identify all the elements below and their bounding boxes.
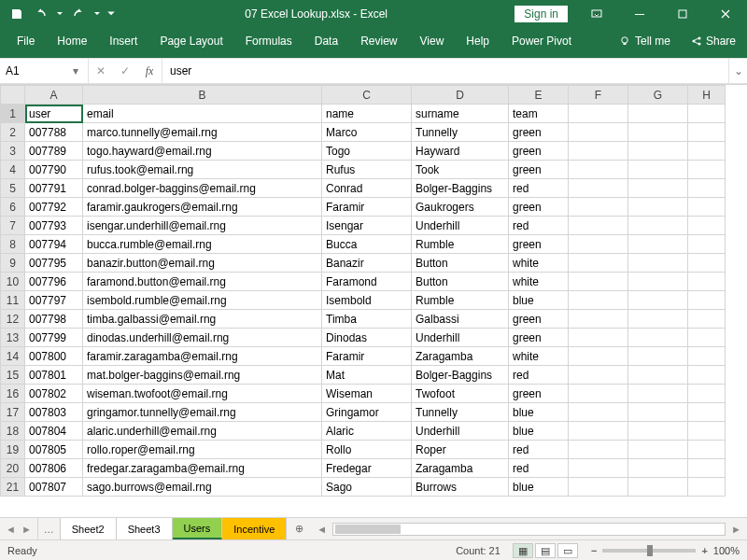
cell[interactable] <box>628 161 688 179</box>
cell[interactable]: blue <box>509 478 569 497</box>
cell[interactable] <box>628 478 688 497</box>
row-header[interactable]: 12 <box>1 310 25 329</box>
cell[interactable] <box>688 403 726 422</box>
cell[interactable]: Tunnelly <box>412 123 509 142</box>
cell[interactable] <box>628 123 688 142</box>
cell[interactable] <box>628 366 688 385</box>
close-button[interactable] <box>704 0 747 28</box>
col-header-H[interactable]: H <box>688 86 726 105</box>
row-header[interactable]: 3 <box>1 142 25 161</box>
cell[interactable]: 007791 <box>25 179 83 198</box>
cell[interactable]: Galbassi <box>412 310 509 329</box>
cell[interactable]: Rufus <box>322 161 412 179</box>
row-header[interactable]: 21 <box>1 478 25 497</box>
cell[interactable] <box>569 366 628 385</box>
cell[interactable]: Underhill <box>412 329 509 347</box>
cell[interactable] <box>628 105 688 123</box>
cell[interactable]: Bucca <box>322 235 412 254</box>
cell[interactable]: blue <box>509 403 569 422</box>
cell[interactable]: sago.burrows@email.rng <box>83 478 322 497</box>
cell[interactable]: banazir.button@email.rng <box>83 254 322 273</box>
row-header[interactable]: 15 <box>1 366 25 385</box>
cell[interactable] <box>628 347 688 366</box>
cell[interactable] <box>569 105 628 123</box>
cell[interactable]: marco.tunnelly@email.rng <box>83 123 322 142</box>
cell[interactable] <box>688 422 726 441</box>
cell[interactable]: 007804 <box>25 422 83 441</box>
cell[interactable]: 007798 <box>25 310 83 329</box>
cell[interactable]: Isembold <box>322 291 412 310</box>
cell[interactable]: green <box>509 161 569 179</box>
cell[interactable]: Sago <box>322 478 412 497</box>
cell[interactable]: Banazir <box>322 254 412 273</box>
cell[interactable]: green <box>509 123 569 142</box>
cell[interactable]: Zaragamba <box>412 347 509 366</box>
tab-insert[interactable]: Insert <box>98 29 148 53</box>
accept-formula-icon[interactable]: ✓ <box>113 64 137 77</box>
cell[interactable]: 007800 <box>25 347 83 366</box>
row-header[interactable]: 11 <box>1 291 25 310</box>
col-header-G[interactable]: G <box>628 86 688 105</box>
row-header[interactable]: 17 <box>1 403 25 422</box>
cell[interactable]: 007794 <box>25 235 83 254</box>
cell[interactable]: green <box>509 310 569 329</box>
cell[interactable]: Underhill <box>412 422 509 441</box>
name-box-dropdown-icon[interactable]: ▾ <box>67 64 84 77</box>
cell[interactable]: Button <box>412 273 509 291</box>
cell[interactable]: user <box>25 105 83 123</box>
cell[interactable]: 007805 <box>25 441 83 459</box>
cell[interactable]: Bolger-Baggins <box>412 366 509 385</box>
cell[interactable] <box>569 459 628 478</box>
row-header[interactable]: 16 <box>1 385 25 403</box>
sheet-nav-prev-icon[interactable]: ◄ <box>4 524 18 535</box>
cell[interactable] <box>569 123 628 142</box>
redo-dropdown-icon[interactable] <box>92 3 103 25</box>
cell[interactable] <box>688 347 726 366</box>
cell[interactable]: mat.bolger-baggins@email.rng <box>83 366 322 385</box>
sheet-tab-users[interactable]: Users <box>173 518 223 539</box>
cell[interactable]: 007797 <box>25 291 83 310</box>
row-header[interactable]: 20 <box>1 459 25 478</box>
cell[interactable] <box>688 161 726 179</box>
cell[interactable] <box>569 142 628 161</box>
cell[interactable] <box>688 459 726 478</box>
cell[interactable]: timba.galbassi@email.rng <box>83 310 322 329</box>
cell[interactable]: blue <box>509 422 569 441</box>
tab-power-pivot[interactable]: Power Pivot <box>500 29 583 53</box>
cell[interactable] <box>628 179 688 198</box>
view-page-layout-icon[interactable]: ▤ <box>535 543 556 558</box>
cell[interactable] <box>688 105 726 123</box>
tab-home[interactable]: Home <box>46 29 98 53</box>
row-header[interactable]: 13 <box>1 329 25 347</box>
hscroll-left-icon[interactable]: ◄ <box>315 524 329 535</box>
tab-help[interactable]: Help <box>455 29 500 53</box>
cell[interactable]: white <box>509 347 569 366</box>
cell[interactable]: email <box>83 105 322 123</box>
cell[interactable]: red <box>509 217 569 235</box>
cell[interactable]: Button <box>412 254 509 273</box>
cell[interactable] <box>569 403 628 422</box>
cell[interactable]: green <box>509 329 569 347</box>
cell[interactable] <box>628 422 688 441</box>
tab-page-layout[interactable]: Page Layout <box>148 29 233 53</box>
cell[interactable] <box>569 329 628 347</box>
cell[interactable] <box>628 291 688 310</box>
cell[interactable]: Faramir <box>322 347 412 366</box>
cell[interactable]: dinodas.underhill@email.rng <box>83 329 322 347</box>
cell[interactable]: Hayward <box>412 142 509 161</box>
hscroll-right-icon[interactable]: ► <box>729 524 743 535</box>
cell[interactable]: faramir.zaragamba@email.rng <box>83 347 322 366</box>
cell[interactable] <box>569 310 628 329</box>
cell[interactable]: rufus.took@email.rng <box>83 161 322 179</box>
cell[interactable]: Rollo <box>322 441 412 459</box>
cell[interactable]: Rumble <box>412 291 509 310</box>
cell[interactable] <box>569 441 628 459</box>
cell[interactable] <box>628 329 688 347</box>
cell[interactable] <box>569 273 628 291</box>
cell[interactable]: Took <box>412 161 509 179</box>
cell[interactable]: Underhill <box>412 217 509 235</box>
save-icon[interactable] <box>6 3 28 25</box>
col-header-C[interactable]: C <box>322 86 412 105</box>
cell[interactable] <box>688 198 726 217</box>
cell[interactable] <box>569 179 628 198</box>
